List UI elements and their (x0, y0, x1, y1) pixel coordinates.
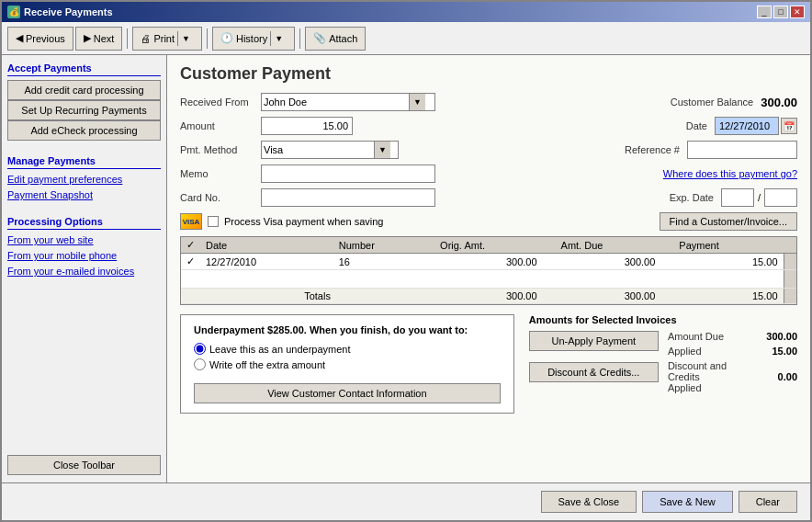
history-button[interactable]: 🕐 History ▼ (212, 27, 295, 51)
bottom-section: Underpayment $285.00. When you finish, d… (180, 314, 797, 414)
next-label: Next (94, 33, 115, 44)
previous-label: Previous (26, 33, 65, 44)
history-dropdown-arrow[interactable]: ▼ (270, 31, 287, 46)
pmt-method-wrapper: ▼ (261, 141, 399, 159)
visa-icon: VISA (180, 213, 202, 230)
add-credit-card-button[interactable]: Add credit card processing (7, 80, 161, 100)
row-amt-due: 300.00 (556, 254, 674, 270)
received-from-wrapper: ▼ (261, 93, 435, 111)
from-email-link[interactable]: From your e-mailed invoices (7, 265, 161, 278)
pmt-method-label: Pmt. Method (180, 144, 254, 155)
add-echeck-button[interactable]: Add eCheck processing (7, 120, 161, 141)
totals-due: 300.00 (556, 289, 674, 304)
underpayment-message: Underpayment $285.00. When you finish, d… (194, 324, 501, 335)
reference-input[interactable] (687, 141, 797, 159)
set-up-recurring-button[interactable]: Set Up Recurring Payments (7, 100, 161, 120)
reference-label: Reference # (625, 144, 680, 155)
underpayment-box: Underpayment $285.00. When you finish, d… (180, 314, 514, 414)
row-orig-amt: 300.00 (434, 254, 555, 270)
window-title: Receive Payments (24, 6, 113, 17)
row-check[interactable]: ✓ (181, 254, 200, 270)
discount-credits-row: Discount and Credits Applied 0.00 (668, 360, 797, 393)
applied-value: 15.00 (751, 346, 797, 357)
amounts-content: Un-Apply Payment Discount & Credits... A… (529, 331, 797, 397)
find-customer-button[interactable]: Find a Customer/Invoice... (660, 212, 797, 231)
underpayment-radio2[interactable] (194, 358, 206, 370)
exp-month-input[interactable] (721, 188, 754, 207)
underpayment-radio-option1: Leave this as an underpayment (194, 343, 501, 355)
form-title: Customer Payment (180, 64, 797, 84)
save-close-button[interactable]: Save & Close (541, 491, 637, 513)
edit-payment-prefs-link[interactable]: Edit payment preferences (7, 173, 161, 186)
received-from-input[interactable] (262, 94, 409, 110)
pmt-method-input[interactable] (262, 142, 374, 158)
applied-row: Applied 15.00 (668, 346, 797, 357)
table-row: ✓ 12/27/2010 16 300.00 300.00 15.00 (181, 254, 796, 270)
clear-button[interactable]: Clear (739, 491, 797, 513)
unapply-payment-button[interactable]: Un-Apply Payment (529, 331, 659, 351)
exp-year-input[interactable] (764, 188, 797, 207)
previous-button[interactable]: ◀ Previous (7, 27, 73, 51)
card-no-label: Card No. (180, 192, 254, 203)
save-new-button[interactable]: Save & New (642, 491, 733, 513)
processing-options-section: Processing Options From your web site Fr… (7, 216, 161, 278)
close-toolbar-button[interactable]: Close Toolbar (7, 455, 161, 475)
attach-button[interactable]: 📎 Attach (305, 27, 366, 51)
content-area: Accept Payments Add credit card processi… (2, 55, 810, 482)
manage-payments-section: Manage Payments Edit payment preferences… (7, 155, 161, 201)
row-payment: 15.00 (673, 254, 784, 270)
totals-payment: 15.00 (673, 289, 784, 304)
card-no-input[interactable] (261, 188, 435, 207)
process-visa-label: Process Visa payment when saving (224, 216, 383, 227)
exp-date-wrapper: / (721, 188, 797, 207)
close-button[interactable]: ✕ (790, 6, 805, 18)
empty-row (181, 270, 796, 289)
date-field: 📅 (715, 117, 797, 135)
col-amt-due: Amt. Due (556, 237, 674, 254)
underpayment-radio-option2: Write off the extra amount (194, 358, 501, 370)
amounts-buttons: Un-Apply Payment Discount & Credits... (529, 331, 659, 388)
previous-icon: ◀ (16, 32, 23, 44)
amount-due-value: 300.00 (751, 331, 797, 342)
received-from-dropdown[interactable]: ▼ (409, 94, 425, 110)
totals-label: Totals (200, 289, 434, 304)
discount-credits-button[interactable]: Discount & Credits... (529, 362, 659, 382)
amounts-title: Amounts for Selected Invoices (529, 314, 797, 325)
totals-orig: 300.00 (434, 289, 555, 304)
manage-payments-title: Manage Payments (7, 155, 161, 169)
col-date: Date (200, 237, 333, 254)
maximize-button[interactable]: □ (773, 6, 788, 18)
row-number: 16 (333, 254, 434, 270)
amount-input[interactable] (261, 117, 353, 135)
next-icon: ▶ (84, 32, 91, 44)
app-icon: 💰 (7, 6, 20, 18)
underpayment-radio1[interactable] (194, 343, 206, 355)
from-mobile-link[interactable]: From your mobile phone (7, 249, 161, 262)
visa-checkbox-row: VISA Process Visa payment when saving Fi… (180, 212, 797, 231)
where-payment-goes-link[interactable]: Where does this payment go? (663, 168, 797, 179)
accept-payments-section: Accept Payments Add credit card processi… (7, 62, 161, 141)
amount-due-row: Amount Due 300.00 (668, 331, 797, 342)
amounts-values: Amount Due 300.00 Applied 15.00 Discount… (668, 331, 797, 397)
view-contact-button[interactable]: View Customer Contact Information (194, 383, 501, 403)
pmt-method-dropdown[interactable]: ▼ (374, 142, 390, 158)
toolbar-separator3 (299, 28, 300, 49)
date-input[interactable] (715, 117, 779, 135)
process-visa-checkbox[interactable] (208, 216, 219, 227)
amount-date-row: Amount Date 📅 (180, 117, 797, 135)
attach-icon: 📎 (313, 32, 326, 44)
amount-label: Amount (180, 120, 254, 131)
customer-balance-value: 300.00 (761, 96, 797, 109)
calendar-button[interactable]: 📅 (781, 118, 797, 134)
print-dropdown-arrow[interactable]: ▼ (177, 31, 194, 46)
from-web-link[interactable]: From your web site (7, 233, 161, 246)
minimize-button[interactable]: _ (757, 6, 772, 18)
history-icon: 🕐 (220, 32, 233, 44)
col-orig-amt: Orig. Amt. (434, 237, 555, 254)
payment-snapshot-link[interactable]: Payment Snapshot (7, 188, 161, 201)
next-button[interactable]: ▶ Next (75, 27, 123, 51)
invoice-table: ✓ Date Number Orig. Amt. Amt. Due Paymen… (181, 237, 796, 304)
print-button[interactable]: 🖨 Print ▼ (132, 27, 202, 51)
customer-balance-label: Customer Balance (671, 96, 754, 108)
memo-input[interactable] (261, 165, 435, 183)
